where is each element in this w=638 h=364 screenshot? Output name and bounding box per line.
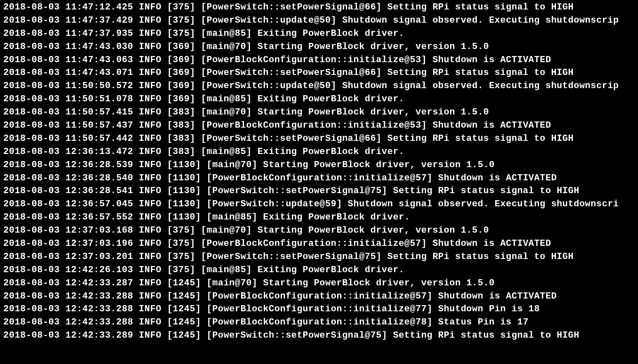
log-pid: [369] [167, 55, 195, 65]
log-timestamp: 2018-08-03 12:36:28.540 [3, 173, 133, 183]
log-timestamp: 2018-08-03 12:37:03.201 [3, 252, 133, 262]
log-message: Shutdown signal observed. Executing shut… [342, 81, 619, 91]
log-pid: [1130] [167, 186, 201, 196]
log-message: Starting PowerBlock driver, version 1.5.… [263, 278, 495, 288]
log-source: [PowerSwitch::setPowerSignal@66] [201, 2, 382, 12]
log-line: 2018-08-03 11:50:51.078 INFO [369] [main… [3, 93, 635, 106]
log-line: 2018-08-03 11:50:57.415 INFO [383] [main… [3, 106, 635, 119]
log-timestamp: 2018-08-03 12:36:28.539 [3, 160, 133, 170]
log-line: 2018-08-03 11:47:37.429 INFO [375] [Powe… [3, 14, 635, 27]
log-timestamp: 2018-08-03 12:37:03.168 [3, 225, 133, 236]
log-pid: [1130] [167, 173, 201, 183]
log-level: INFO [139, 133, 162, 144]
log-line: 2018-08-03 12:36:28.541 INFO [1130] [Pow… [3, 184, 635, 198]
log-line: 2018-08-03 12:36:28.540 INFO [1130] [Pow… [3, 172, 635, 185]
log-message: Shutdown is ACTIVATED [432, 238, 551, 249]
log-level: INFO [139, 15, 162, 26]
log-timestamp: 2018-08-03 11:47:43.071 [3, 68, 133, 78]
log-line: 2018-08-03 12:37:03.201 INFO [375] [Powe… [3, 250, 635, 264]
log-source: [PowerBlockConfiguration::initialize@57] [206, 173, 432, 183]
log-pid: [1245] [167, 291, 201, 301]
log-level: INFO [139, 107, 162, 117]
log-line: 2018-08-03 12:42:33.288 INFO [1245] [Pow… [3, 316, 635, 329]
log-line: 2018-08-03 12:42:33.287 INFO [1245] [mai… [3, 277, 635, 290]
log-message: Starting PowerBlock driver, version 1.5.… [258, 107, 489, 117]
log-line: 2018-08-03 11:47:12.425 INFO [375] [Powe… [3, 1, 635, 14]
log-level: INFO [139, 278, 162, 288]
log-pid: [369] [167, 81, 195, 91]
log-pid: [375] [167, 15, 195, 26]
log-pid: [383] [167, 107, 195, 117]
log-pid: [1245] [167, 304, 201, 314]
log-message: Starting PowerBlock driver, version 1.5.… [263, 160, 495, 170]
log-source: [PowerSwitch::setPowerSignal@66] [201, 68, 382, 78]
log-message: Setting RPi status signal to HIGH [387, 252, 574, 262]
log-source: [PowerBlockConfiguration::initialize@57] [201, 238, 427, 249]
log-source: [main@85] [201, 147, 252, 157]
log-level: INFO [139, 160, 162, 170]
log-source: [PowerBlockConfiguration::initialize@53] [201, 55, 427, 65]
log-source: [main@85] [201, 28, 252, 39]
terminal-output[interactable]: 2018-08-03 11:47:12.425 INFO [375] [Powe… [3, 1, 635, 342]
log-level: INFO [139, 330, 162, 341]
log-message: Shutdown signal observed. Executing shut… [348, 199, 619, 209]
log-message: Setting RPi status signal to HIGH [393, 186, 579, 196]
log-pid: [375] [167, 2, 195, 12]
log-pid: [375] [167, 28, 195, 39]
log-level: INFO [139, 317, 162, 327]
log-line: 2018-08-03 12:42:33.288 INFO [1245] [Pow… [3, 290, 635, 303]
log-source: [main@70] [206, 278, 257, 288]
log-timestamp: 2018-08-03 11:47:37.935 [3, 28, 133, 39]
log-level: INFO [139, 94, 162, 104]
log-level: INFO [139, 186, 162, 196]
log-pid: [1130] [167, 199, 201, 209]
log-line: 2018-08-03 11:50:50.572 INFO [369] [Powe… [3, 79, 635, 93]
log-timestamp: 2018-08-03 12:42:26.103 [3, 265, 133, 275]
log-pid: [1130] [167, 160, 201, 170]
log-level: INFO [139, 120, 162, 131]
log-level: INFO [139, 199, 162, 209]
log-source: [PowerSwitch::setPowerSignal@75] [206, 330, 387, 341]
log-timestamp: 2018-08-03 12:42:33.288 [3, 304, 133, 314]
log-level: INFO [139, 42, 162, 52]
log-timestamp: 2018-08-03 12:42:33.287 [3, 278, 133, 288]
log-source: [PowerSwitch::setPowerSignal@75] [206, 186, 387, 196]
log-pid: [375] [167, 265, 195, 275]
log-pid: [383] [167, 147, 195, 157]
log-pid: [369] [167, 68, 195, 78]
log-line: 2018-08-03 12:36:57.552 INFO [1130] [mai… [3, 211, 635, 224]
log-timestamp: 2018-08-03 11:50:50.572 [3, 81, 133, 91]
log-pid: [369] [167, 94, 195, 104]
log-line: 2018-08-03 11:47:43.063 INFO [369] [Powe… [3, 54, 635, 67]
log-level: INFO [139, 55, 162, 65]
log-source: [main@70] [201, 42, 252, 52]
log-source: [main@85] [201, 94, 252, 104]
log-message: Exiting PowerBlock driver. [258, 265, 404, 275]
log-line: 2018-08-03 12:36:57.045 INFO [1130] [Pow… [3, 198, 635, 211]
log-pid: [383] [167, 120, 195, 131]
log-timestamp: 2018-08-03 11:47:37.429 [3, 15, 133, 26]
log-timestamp: 2018-08-03 11:50:57.415 [3, 107, 133, 117]
log-level: INFO [139, 173, 162, 183]
log-message: Setting RPi status signal to HIGH [393, 330, 579, 341]
log-message: Exiting PowerBlock driver. [258, 94, 404, 104]
log-message: Status Pin is 17 [438, 317, 528, 327]
log-level: INFO [139, 212, 162, 222]
log-timestamp: 2018-08-03 11:50:57.437 [3, 120, 133, 131]
log-pid: [1245] [167, 317, 201, 327]
log-line: 2018-08-03 12:42:26.103 INFO [375] [main… [3, 264, 635, 277]
log-pid: [383] [167, 133, 195, 144]
log-line: 2018-08-03 12:37:03.168 INFO [375] [main… [3, 224, 635, 237]
log-pid: [1245] [167, 330, 201, 341]
log-timestamp: 2018-08-03 11:47:12.425 [3, 2, 133, 12]
log-message: Shutdown signal observed. Executing shut… [342, 15, 619, 26]
log-level: INFO [139, 81, 162, 91]
log-timestamp: 2018-08-03 12:42:33.288 [3, 291, 133, 301]
log-level: INFO [139, 238, 162, 249]
log-message: Starting PowerBlock driver, version 1.5.… [258, 42, 489, 52]
log-line: 2018-08-03 11:50:57.437 INFO [383] [Powe… [3, 119, 635, 132]
log-line: 2018-08-03 11:47:43.030 INFO [369] [main… [3, 40, 635, 54]
log-pid: [375] [167, 252, 195, 262]
log-source: [PowerSwitch::setPowerSignal@66] [201, 133, 382, 144]
log-message: Setting RPi status signal to HIGH [387, 2, 574, 12]
